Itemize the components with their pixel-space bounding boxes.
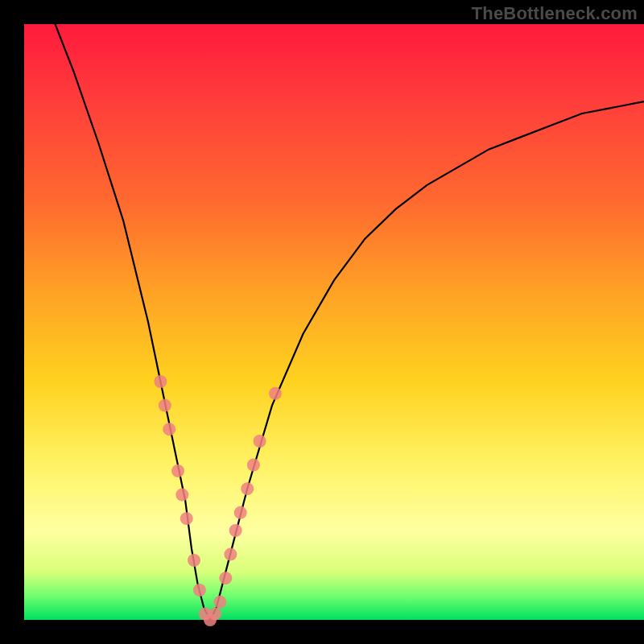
plot-area bbox=[24, 24, 644, 620]
curve-marker bbox=[241, 482, 254, 495]
curve-marker bbox=[269, 387, 282, 400]
chart-frame: TheBottleneck.com bbox=[0, 0, 644, 644]
curve-marker bbox=[154, 375, 167, 388]
curve-marker bbox=[171, 464, 184, 477]
bottleneck-curve-path bbox=[56, 24, 645, 620]
curve-marker bbox=[247, 459, 260, 472]
curve-marker bbox=[254, 435, 266, 448]
curve-markers bbox=[154, 375, 282, 626]
curve-marker bbox=[163, 423, 175, 436]
curve-svg bbox=[24, 24, 644, 620]
curve-marker bbox=[234, 506, 247, 519]
curve-marker bbox=[229, 524, 242, 537]
curve-marker bbox=[224, 548, 237, 561]
curve-marker bbox=[188, 554, 200, 567]
curve-marker bbox=[159, 399, 171, 412]
curve-marker bbox=[219, 572, 232, 584]
curve-marker bbox=[180, 512, 193, 525]
curve-marker bbox=[208, 608, 221, 621]
curve-marker bbox=[175, 489, 188, 502]
bottleneck-curve bbox=[56, 24, 645, 620]
curve-marker bbox=[193, 584, 206, 597]
watermark-text: TheBottleneck.com bbox=[472, 3, 638, 24]
curve-marker bbox=[213, 596, 226, 609]
